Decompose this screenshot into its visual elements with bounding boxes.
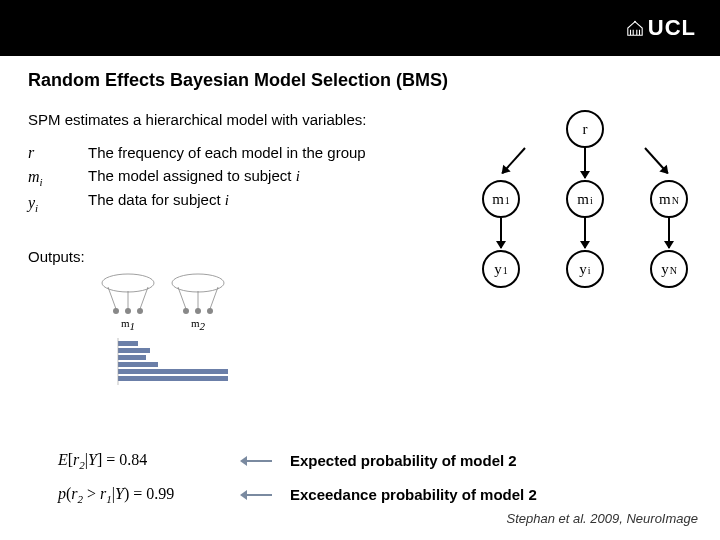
arrow-left-icon	[246, 460, 272, 462]
graph-node-mi: mi	[566, 180, 604, 218]
slide-title: Random Effects Bayesian Model Selection …	[28, 70, 692, 91]
mini-bar-chart-icon	[98, 333, 228, 423]
svg-rect-16	[118, 348, 150, 353]
graph-node-y1: y1	[482, 250, 520, 288]
svg-point-13	[195, 308, 201, 314]
formula: p(r2 > r1|Y) = 0.99	[58, 485, 228, 505]
hierarchical-graph: r m1 mi mN y1 yi yN	[470, 110, 700, 310]
ucl-logo: UCL	[626, 15, 696, 41]
svg-rect-17	[118, 355, 146, 360]
arrow-left-icon	[246, 494, 272, 496]
svg-point-0	[634, 21, 636, 23]
graph-edge	[644, 147, 668, 174]
var-desc: The model assigned to subject i	[88, 167, 366, 185]
svg-point-6	[125, 308, 131, 314]
svg-point-7	[137, 308, 143, 314]
svg-point-8	[172, 274, 224, 292]
var-desc: The data for subject i	[88, 191, 366, 209]
prob-row: E[r2|Y] = 0.84 Expected probability of m…	[58, 451, 692, 471]
formula: E[r2|Y] = 0.84	[58, 451, 228, 471]
svg-rect-19	[118, 369, 228, 374]
graph-node-m1: m1	[482, 180, 520, 218]
probability-rows: E[r2|Y] = 0.84 Expected probability of m…	[28, 451, 692, 505]
graph-node-yN: yN	[650, 250, 688, 288]
svg-rect-18	[118, 362, 158, 367]
header-bar: UCL	[0, 0, 720, 56]
var-symbol: yi	[28, 194, 68, 214]
graph-edge	[584, 148, 586, 178]
svg-rect-20	[118, 376, 228, 381]
prob-desc: Expected probability of model 2	[290, 452, 517, 469]
svg-rect-15	[118, 341, 138, 346]
mini-model-label: m2	[191, 317, 205, 332]
svg-point-5	[113, 308, 119, 314]
svg-point-1	[102, 274, 154, 292]
graph-node-r: r	[566, 110, 604, 148]
graph-node-mN: mN	[650, 180, 688, 218]
var-symbol: r	[28, 144, 68, 162]
mini-model-label: m1	[121, 317, 135, 332]
graph-edge	[500, 218, 502, 248]
mini-network-icon	[168, 273, 228, 317]
graph-edge	[668, 218, 670, 248]
var-symbol: mi	[28, 168, 68, 188]
graph-node-yi: yi	[566, 250, 604, 288]
svg-point-14	[207, 308, 213, 314]
graph-edge	[584, 218, 586, 248]
citation: Stephan et al. 2009, NeuroImage	[506, 511, 698, 526]
dome-icon	[626, 19, 644, 37]
logo-text: UCL	[648, 15, 696, 41]
prob-desc: Exceedance probability of model 2	[290, 486, 537, 503]
prob-row: p(r2 > r1|Y) = 0.99 Exceedance probabili…	[58, 485, 692, 505]
mini-network-icon	[98, 273, 158, 317]
var-desc: The frequency of each model in the group	[88, 144, 366, 161]
graph-edge	[502, 147, 526, 174]
svg-point-12	[183, 308, 189, 314]
